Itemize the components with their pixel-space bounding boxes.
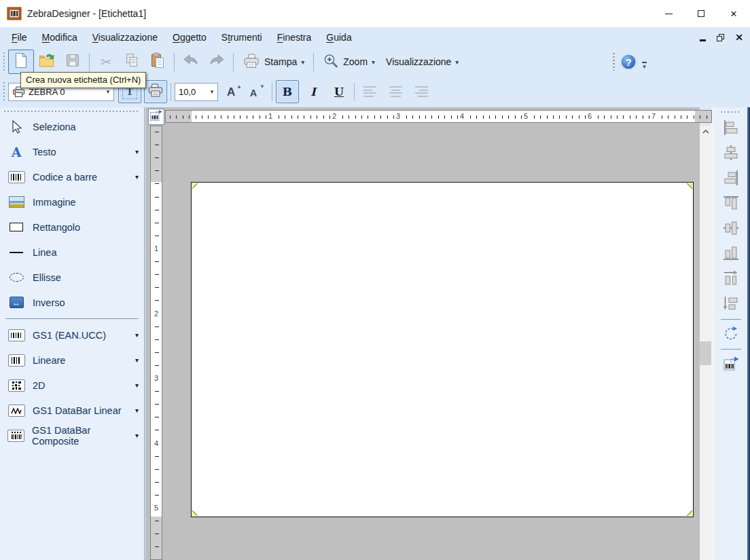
- chevron-down-icon[interactable]: ▾: [455, 58, 459, 66]
- minimize-icon: [665, 14, 673, 14]
- open-label-button[interactable]: [34, 50, 60, 74]
- menu-oggetto[interactable]: Oggetto: [165, 29, 214, 46]
- menu-file[interactable]: File: [4, 29, 35, 46]
- distribute-vertical-button[interactable]: [719, 295, 743, 315]
- chevron-down-icon: ▾: [643, 64, 646, 69]
- chevron-down-icon[interactable]: ▾: [135, 173, 139, 181]
- corner-mark-icon: [192, 510, 198, 516]
- tool-gs1-ean-ucc-[interactable]: GS1 (EAN.UCC)▾: [0, 322, 144, 348]
- align-bottom-edges-button[interactable]: [719, 244, 743, 265]
- barcode-position-button[interactable]: [719, 354, 743, 375]
- menu-modifica[interactable]: Modifica: [35, 29, 85, 46]
- align-text-right-button[interactable]: [410, 80, 433, 103]
- sidebar-separator: [5, 318, 139, 319]
- menu-finestra[interactable]: Finestra: [270, 29, 319, 46]
- 2d-barcode-icon: [7, 379, 25, 392]
- chevron-down-icon[interactable]: ▾: [301, 58, 304, 66]
- bold-button[interactable]: B: [276, 80, 299, 103]
- tool-linea[interactable]: Linea: [0, 240, 144, 265]
- close-button[interactable]: ✕: [717, 0, 750, 27]
- chevron-down-icon[interactable]: ▾: [135, 381, 139, 389]
- zoom-button[interactable]: Zoom ▾: [317, 50, 380, 74]
- tool-label: Immagine: [33, 197, 76, 208]
- databar-composite-icon: [7, 430, 24, 442]
- underline-button[interactable]: U: [327, 80, 351, 103]
- tool-2d[interactable]: 2D▾: [0, 373, 144, 398]
- align-top-edges-icon: [722, 194, 740, 214]
- alignment-toolbar-grip[interactable]: [721, 111, 741, 113]
- align-middles-vertical-button[interactable]: [719, 219, 743, 240]
- mdi-minimize-button[interactable]: [700, 34, 706, 41]
- vertical-scrollbar[interactable]: [700, 126, 711, 560]
- printer-fonts-button[interactable]: [144, 80, 167, 103]
- align-left-edges-button[interactable]: [719, 119, 743, 139]
- new-label-button[interactable]: [8, 50, 34, 74]
- tool-gs1-databar-composite[interactable]: GS1 DataBar Composite▾: [0, 423, 144, 448]
- chevron-down-icon[interactable]: ▾: [207, 83, 217, 100]
- barcode-position-icon: [722, 354, 740, 375]
- align-text-left-button[interactable]: [358, 80, 381, 103]
- italic-button[interactable]: I: [302, 80, 325, 103]
- tool-gs1-databar-linear[interactable]: GS1 DataBar Linear▾: [0, 398, 144, 423]
- zebradesigner-window: ZebraDesigner - [Etichetta1] ✕ FileModif…: [0, 0, 750, 560]
- align-centers-horizontal-button[interactable]: [719, 144, 743, 164]
- titlebar: ZebraDesigner - [Etichetta1] ✕: [0, 0, 750, 27]
- ellipse-icon: [7, 273, 25, 282]
- chevron-down-icon[interactable]: ▾: [135, 407, 139, 414]
- toolbar-grip[interactable]: [3, 82, 5, 101]
- menu-visualizzazione[interactable]: Visualizzazione: [85, 29, 165, 46]
- view-button[interactable]: Visualizzazione ▾: [380, 50, 464, 74]
- align-top-edges-button[interactable]: [719, 194, 743, 214]
- tool-testo[interactable]: ATesto▾: [0, 139, 144, 164]
- tool-codice-a-barre[interactable]: Codice a barre▾: [0, 164, 144, 189]
- toolbar-overflow-button[interactable]: ▾: [642, 62, 647, 69]
- copy-button[interactable]: [119, 50, 145, 74]
- toolbar-handle[interactable]: [613, 53, 615, 71]
- print-button[interactable]: Stampa ▾: [237, 50, 310, 74]
- align-text-center-button[interactable]: [384, 80, 407, 103]
- toolbar-separator: [721, 349, 741, 350]
- rotate-button[interactable]: [719, 324, 743, 345]
- tool-seleziona[interactable]: Seleziona: [0, 114, 144, 139]
- cut-button[interactable]: ✂: [93, 50, 119, 74]
- scrollbar-thumb[interactable]: [700, 341, 711, 365]
- help-button[interactable]: ?: [620, 54, 637, 70]
- chevron-down-icon[interactable]: ▾: [135, 148, 139, 155]
- paste-button[interactable]: [145, 50, 171, 74]
- chevron-down-icon[interactable]: ▾: [135, 432, 139, 439]
- chevron-down-icon[interactable]: ▾: [135, 356, 139, 364]
- distribute-horizontal-button[interactable]: [719, 269, 743, 290]
- increase-font-button[interactable]: A▲: [222, 80, 245, 103]
- tool-lineare[interactable]: Lineare▾: [0, 348, 144, 373]
- toolbar-grip[interactable]: [3, 52, 5, 71]
- tool-rettangolo[interactable]: Rettangolo: [0, 214, 144, 240]
- chevron-down-icon[interactable]: ▾: [372, 58, 375, 66]
- decrease-font-button[interactable]: A▼: [245, 80, 268, 103]
- chevron-down-icon[interactable]: ▾: [135, 331, 139, 339]
- minimize-button[interactable]: [652, 0, 685, 27]
- scroll-up-button[interactable]: [700, 126, 711, 137]
- vertical-ruler[interactable]: 12345: [150, 126, 162, 560]
- undo-button[interactable]: [178, 50, 204, 74]
- font-size-select[interactable]: 10,0 ▾: [175, 83, 218, 101]
- horizontal-ruler[interactable]: 12345678: [165, 110, 712, 123]
- tool-immagine[interactable]: Immagine: [0, 189, 144, 214]
- mdi-restore-button[interactable]: [717, 34, 724, 41]
- mdi-close-button[interactable]: ✕: [735, 31, 743, 43]
- tool-label: Inverso: [33, 297, 65, 308]
- menu-guida[interactable]: Guida: [319, 29, 359, 46]
- toolbox-grip[interactable]: [4, 110, 140, 113]
- copy-icon: [124, 52, 140, 71]
- align-right-edges-button[interactable]: [719, 169, 743, 189]
- toolbox-sidebar: SelezionaATesto▾Codice a barre▾ImmagineR…: [0, 107, 145, 560]
- align-center-icon: [389, 86, 402, 97]
- menu-strumenti[interactable]: Strumenti: [214, 29, 270, 46]
- mdi-restore-icon: [717, 34, 724, 41]
- save-label-button[interactable]: [60, 50, 86, 74]
- tool-inverso[interactable]: ↔Inverso: [0, 290, 144, 315]
- ruler-origin-button[interactable]: [148, 109, 164, 125]
- label-design-surface[interactable]: [191, 182, 694, 517]
- redo-button[interactable]: [204, 50, 230, 74]
- tool-ellisse[interactable]: Ellisse: [0, 265, 144, 290]
- maximize-button[interactable]: [685, 0, 717, 27]
